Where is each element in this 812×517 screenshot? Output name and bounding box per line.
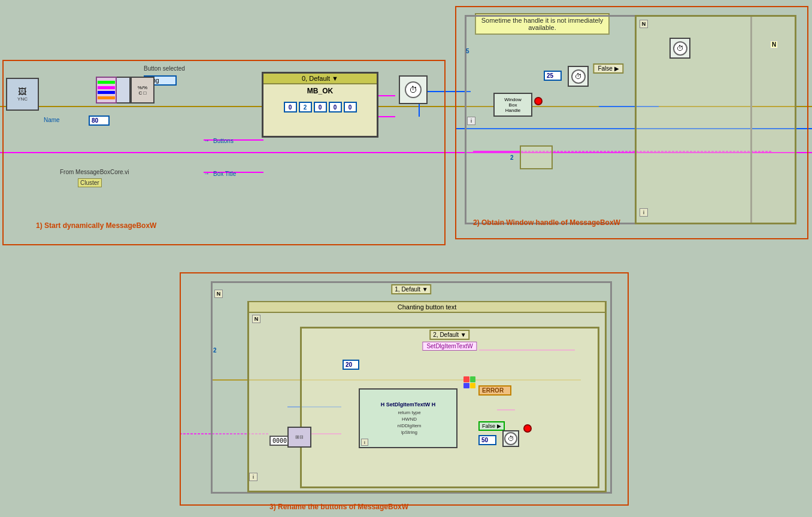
section2-box [455, 6, 808, 239]
section1-box [2, 60, 446, 245]
section1-label: 1) Start dynamically MessageBoxW [36, 221, 156, 230]
section3-box [180, 272, 629, 506]
section2-label: 2) Obtain Window handle of MessageBoxW [473, 218, 620, 227]
section3-label: 3) Rename the buttons of MessageBoxW [269, 503, 408, 511]
canvas: 🖼 YNC Name 80 Button selected Ring ⊕ ► %… [0, 0, 812, 517]
